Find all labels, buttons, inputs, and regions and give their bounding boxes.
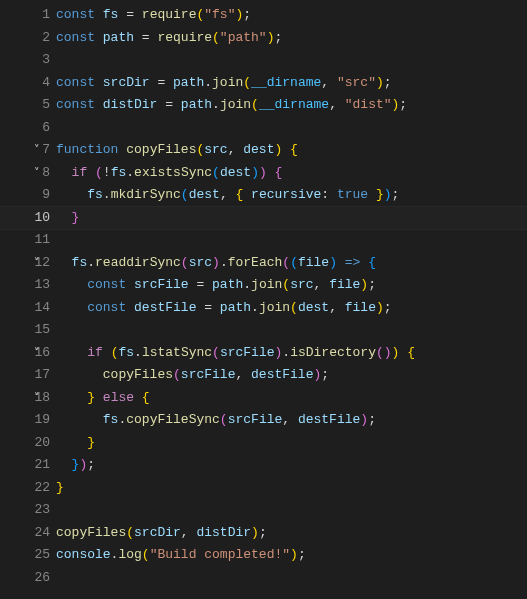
gutter[interactable]: 13 — [0, 274, 56, 297]
code-content[interactable]: } — [56, 477, 527, 500]
gutter[interactable]: 21 — [0, 454, 56, 477]
code-line[interactable]: 19 fs.copyFileSync(srcFile, destFile); — [0, 409, 527, 432]
code-content[interactable]: copyFiles(srcFile, destFile); — [56, 364, 527, 387]
code-line[interactable]: 10 } — [0, 207, 527, 230]
gutter[interactable]: 6 — [0, 117, 56, 140]
code-content[interactable]: const destFile = path.join(dest, file); — [56, 297, 527, 320]
token-var: fs — [72, 255, 88, 270]
code-line[interactable]: 8˅ if (!fs.existsSync(dest)) { — [0, 162, 527, 185]
code-line[interactable]: 24copyFiles(srcDir, distDir); — [0, 522, 527, 545]
fold-toggle-icon[interactable]: ˅ — [34, 162, 40, 185]
token-punc: ; — [368, 277, 376, 292]
code-content[interactable]: const srcFile = path.join(src, file); — [56, 274, 527, 297]
code-line[interactable]: 5const distDir = path.join(__dirname, "d… — [0, 94, 527, 117]
token-var: src — [290, 277, 313, 292]
code-content[interactable]: fs.mkdirSync(dest, { recursive: true }); — [56, 184, 527, 207]
code-line[interactable]: 9 fs.mkdirSync(dest, { recursive: true }… — [0, 184, 527, 207]
gutter[interactable]: 25 — [0, 544, 56, 567]
gutter[interactable]: 23 — [0, 499, 56, 522]
code-line[interactable]: 6 — [0, 117, 527, 140]
gutter[interactable]: 20 — [0, 432, 56, 455]
code-content[interactable]: console.log("Build completed!"); — [56, 544, 527, 567]
code-content[interactable]: if (fs.lstatSync(srcFile).isDirectory())… — [56, 342, 527, 365]
gutter[interactable]: 7˅ — [0, 139, 56, 162]
code-content[interactable]: }); — [56, 454, 527, 477]
token-brace-p: { — [275, 165, 283, 180]
code-line[interactable]: 11 — [0, 229, 527, 252]
line-number: 13 — [30, 274, 50, 297]
token-brace-y: { — [290, 142, 298, 157]
code-line[interactable]: 14 const destFile = path.join(dest, file… — [0, 297, 527, 320]
token-brace-y: ( — [212, 30, 220, 45]
gutter[interactable]: 8˅ — [0, 162, 56, 185]
gutter[interactable]: 22 — [0, 477, 56, 500]
code-content[interactable]: } — [56, 432, 527, 455]
code-line[interactable]: 20 } — [0, 432, 527, 455]
code-line[interactable]: 18˅ } else { — [0, 387, 527, 410]
gutter[interactable]: 3 — [0, 49, 56, 72]
code-line[interactable]: 15 — [0, 319, 527, 342]
gutter[interactable]: 19 — [0, 409, 56, 432]
gutter[interactable]: 14 — [0, 297, 56, 320]
token-punc: = — [118, 7, 141, 22]
token-punc: ; — [259, 525, 267, 540]
code-line[interactable]: 16˅ if (fs.lstatSync(srcFile).isDirector… — [0, 342, 527, 365]
code-line[interactable]: 26 — [0, 567, 527, 590]
code-content[interactable]: const srcDir = path.join(__dirname, "src… — [56, 72, 527, 95]
code-line[interactable]: 1const fs = require("fs"); — [0, 4, 527, 27]
code-content[interactable]: function copyFiles(src, dest) { — [56, 139, 527, 162]
gutter[interactable]: 18˅ — [0, 387, 56, 410]
token-str: "fs" — [204, 7, 235, 22]
code-content[interactable]: const distDir = path.join(__dirname, "di… — [56, 94, 527, 117]
gutter[interactable]: 9 — [0, 184, 56, 207]
fold-toggle-icon[interactable]: ˅ — [34, 252, 40, 275]
fold-toggle-icon[interactable]: ˅ — [34, 387, 40, 410]
token-str: "Build completed!" — [150, 547, 290, 562]
gutter[interactable]: 10 — [0, 207, 56, 230]
token-punc — [87, 165, 95, 180]
code-line[interactable]: 12˅ fs.readdirSync(src).forEach((file) =… — [0, 252, 527, 275]
token-kw: true — [329, 187, 368, 202]
code-content[interactable]: fs.readdirSync(src).forEach((file) => { — [56, 252, 527, 275]
token-brace-y: ) — [376, 300, 384, 315]
code-line[interactable]: 4const srcDir = path.join(__dirname, "sr… — [0, 72, 527, 95]
token-str: "dist" — [345, 97, 392, 112]
code-content[interactable]: if (!fs.existsSync(dest)) { — [56, 162, 527, 185]
code-content[interactable]: } else { — [56, 387, 527, 410]
code-content[interactable]: fs.copyFileSync(srcFile, destFile); — [56, 409, 527, 432]
code-line[interactable]: 7˅function copyFiles(src, dest) { — [0, 139, 527, 162]
gutter[interactable]: 24 — [0, 522, 56, 545]
fold-toggle-icon[interactable]: ˅ — [34, 342, 40, 365]
code-content[interactable]: const path = require("path"); — [56, 27, 527, 50]
fold-toggle-icon[interactable]: ˅ — [34, 139, 40, 162]
line-number: 19 — [30, 409, 50, 432]
code-editor[interactable]: 1const fs = require("fs");2const path = … — [0, 0, 527, 589]
token-punc: . — [103, 187, 111, 202]
code-line[interactable]: 2const path = require("path"); — [0, 27, 527, 50]
gutter[interactable]: 12˅ — [0, 252, 56, 275]
gutter[interactable]: 17 — [0, 364, 56, 387]
code-content[interactable]: copyFiles(srcDir, distDir); — [56, 522, 527, 545]
token-brace-p: ) — [384, 345, 392, 360]
code-line[interactable]: 22} — [0, 477, 527, 500]
gutter[interactable]: 1 — [0, 4, 56, 27]
token-fn: copyFiles — [103, 367, 173, 382]
code-content[interactable]: const fs = require("fs"); — [56, 4, 527, 27]
code-content[interactable]: } — [56, 207, 527, 230]
gutter[interactable]: 26 — [0, 567, 56, 590]
gutter[interactable]: 11 — [0, 229, 56, 252]
code-line[interactable]: 21 }); — [0, 454, 527, 477]
gutter[interactable]: 15 — [0, 319, 56, 342]
gutter[interactable]: 16˅ — [0, 342, 56, 365]
code-line[interactable]: 25console.log("Build completed!"); — [0, 544, 527, 567]
gutter[interactable]: 5 — [0, 94, 56, 117]
token-punc — [282, 142, 290, 157]
code-line[interactable]: 3 — [0, 49, 527, 72]
token-fn: copyFileSync — [126, 412, 220, 427]
gutter[interactable]: 4 — [0, 72, 56, 95]
token-var: file — [329, 277, 360, 292]
code-line[interactable]: 23 — [0, 499, 527, 522]
code-line[interactable]: 17 copyFiles(srcFile, destFile); — [0, 364, 527, 387]
code-line[interactable]: 13 const srcFile = path.join(src, file); — [0, 274, 527, 297]
gutter[interactable]: 2 — [0, 27, 56, 50]
